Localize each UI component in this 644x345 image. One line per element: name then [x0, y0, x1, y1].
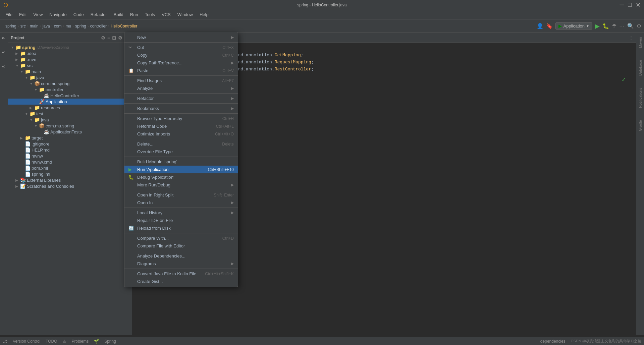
settings-icon[interactable]: ⚙	[118, 35, 122, 41]
ctx-reformat[interactable]: Reformat Code Ctrl+Alt+L	[124, 122, 238, 130]
tree-java[interactable]: ▼ 📁 java	[8, 74, 132, 80]
close-button[interactable]: ✕	[636, 1, 641, 9]
tree-test[interactable]: ▼ 📁 test	[8, 111, 132, 117]
coverage-button[interactable]: ☂	[612, 23, 616, 29]
minimize-button[interactable]: ─	[620, 1, 624, 8]
sidebar-project-icon[interactable]: P	[2, 34, 6, 42]
sidebar-bookmarks-icon[interactable]: B	[2, 49, 6, 56]
collapse-icon[interactable]: ≡	[107, 35, 110, 41]
menu-view[interactable]: View	[31, 11, 45, 18]
ctx-analyze-deps[interactable]: Analyze Dependencies...	[124, 252, 238, 260]
bc-controller[interactable]: controller	[90, 24, 107, 28]
ctx-convert-kotlin[interactable]: Convert Java File to Kotlin File Ctrl+Al…	[124, 270, 238, 278]
todo-label[interactable]: TODO	[46, 339, 57, 344]
bc-hellocontroller[interactable]: HelloController	[111, 24, 137, 28]
title-bar-controls[interactable]: ─ □ ✕	[620, 1, 641, 9]
ctx-copy-path[interactable]: Copy Path/Reference... ▶	[124, 59, 238, 67]
more-button[interactable]: ⋯	[619, 23, 625, 29]
settings-button[interactable]: ⚙	[637, 23, 641, 29]
ctx-build-module[interactable]: Build Module 'spring'	[124, 158, 238, 166]
menu-tools[interactable]: Tools	[142, 11, 158, 18]
menu-run[interactable]: Run	[127, 11, 141, 18]
sync-icon[interactable]: ⚙	[101, 35, 105, 41]
menu-file[interactable]: File	[3, 11, 15, 18]
bc-src[interactable]: src	[20, 24, 26, 28]
debug-button[interactable]: 🐛	[602, 23, 609, 29]
search-button[interactable]: 🔍	[627, 23, 634, 29]
bc-java[interactable]: java	[43, 24, 50, 28]
menu-refactor[interactable]: Refactor	[88, 11, 110, 18]
tree-target[interactable]: ▶ 📁 target	[8, 135, 132, 141]
tree-helpmd[interactable]: 📄 HELP.md	[8, 147, 132, 153]
tree-springiml[interactable]: 📄 spring.iml	[8, 171, 132, 177]
ctx-override-filetype[interactable]: Override File Type	[124, 148, 238, 156]
menu-navigate[interactable]: Navigate	[47, 11, 69, 18]
ctx-cut[interactable]: ✂ Cut Ctrl+X	[124, 44, 238, 51]
tree-spring-root[interactable]: ▼ 📁 spring D:\javaweb2\spring	[8, 44, 132, 50]
ctx-optimize[interactable]: Optimize Imports Ctrl+Alt+O	[124, 130, 238, 138]
filter-icon[interactable]: ⊟	[112, 35, 116, 41]
ctx-create-gist[interactable]: Create Gist...	[124, 278, 238, 285]
ctx-find-usages[interactable]: Find Usages Alt+F7	[124, 77, 238, 84]
bc-mu[interactable]: mu	[65, 24, 71, 28]
ctx-debug-application[interactable]: 🐛 Debug 'Application'	[124, 173, 238, 181]
ctx-reload-disk[interactable]: 🔄 Reload from Disk	[124, 224, 238, 232]
ctx-new[interactable]: New ▶	[124, 34, 238, 41]
ctx-open-right-split[interactable]: Open in Right Split Shift+Enter	[124, 191, 238, 199]
tree-package[interactable]: ▼ 📦 com.mu.spring	[8, 80, 132, 87]
sidebar-structure-icon[interactable]: S	[2, 63, 6, 70]
menu-vcs[interactable]: VCS	[159, 11, 173, 18]
ctx-paste[interactable]: 📋 Paste Ctrl+V	[124, 67, 238, 74]
maximize-button[interactable]: □	[628, 1, 632, 8]
tree-src[interactable]: ▼ 📁 src	[8, 62, 132, 68]
tree-mvnwcmd[interactable]: 📄 mvnw.cmd	[8, 159, 132, 165]
tree-gitignore[interactable]: 📄 .gitignore	[8, 141, 132, 147]
menu-window[interactable]: Window	[175, 11, 196, 18]
tree-applicationtests[interactable]: ☕ ApplicationTests	[8, 129, 132, 135]
menu-edit[interactable]: Edit	[16, 11, 29, 18]
ctx-browse-type[interactable]: Browse Type Hierarchy Ctrl+H	[124, 115, 238, 122]
vcs-icon[interactable]: 🔖	[546, 23, 553, 29]
version-control-label[interactable]: Version Control	[13, 339, 40, 344]
bc-spring2[interactable]: spring	[75, 24, 86, 28]
tree-mvn[interactable]: ▶ 📁 .mvn	[8, 56, 132, 62]
ctx-open-in[interactable]: Open In ▶	[124, 199, 238, 207]
tree-mvnw[interactable]: 📄 mvnw	[8, 153, 132, 159]
ctx-copy[interactable]: Copy Ctrl+C	[124, 51, 238, 59]
run-button[interactable]: ▶	[595, 22, 600, 30]
app-selector[interactable]: ▶ Application ▼	[555, 22, 592, 30]
problems-label[interactable]: Problems	[72, 339, 89, 344]
sidebar-notifications-icon[interactable]: Notifications	[638, 85, 642, 111]
ctx-diagrams[interactable]: Diagrams ▶	[124, 260, 238, 268]
sidebar-maven-icon[interactable]: Maven	[638, 34, 642, 51]
git-icon[interactable]: 👤	[537, 23, 543, 29]
tree-idea[interactable]: ▶ 📁 .idea	[8, 50, 132, 56]
bc-spring[interactable]: spring	[5, 24, 16, 28]
ctx-bookmarks[interactable]: Bookmarks ▶	[124, 105, 238, 112]
tree-test-package[interactable]: ▼ 📦 com.mu.spring	[8, 123, 132, 129]
ctx-more-rundebug[interactable]: More Run/Debug ▶	[124, 181, 238, 189]
ctx-local-history[interactable]: Local History ▶	[124, 209, 238, 217]
more-tabs-button[interactable]: ⋮	[626, 35, 636, 40]
tree-hellocontroller[interactable]: ☕ HelloController	[8, 93, 132, 99]
bc-com[interactable]: com	[54, 24, 62, 28]
tree-test-java[interactable]: ▼ 📁 java	[8, 117, 132, 123]
ctx-delete[interactable]: Delete... Delete	[124, 140, 238, 148]
menu-code[interactable]: Code	[71, 11, 87, 18]
ctx-run-application[interactable]: ▶ Run 'Application' Ctrl+Shift+F10	[124, 166, 238, 173]
menu-help[interactable]: Help	[197, 11, 211, 18]
menu-build[interactable]: Build	[111, 11, 126, 18]
tree-controller[interactable]: ▼ 📁 controller	[8, 87, 132, 93]
ctx-repair-ide[interactable]: Repair IDE on File	[124, 217, 238, 224]
tree-application[interactable]: 🚀 Application	[8, 99, 132, 105]
tree-scratches[interactable]: ▶ 📝 Scratches and Consoles	[8, 183, 132, 189]
tree-external-libs[interactable]: ▶ 📚 External Libraries	[8, 177, 132, 183]
sidebar-database-icon[interactable]: Database	[638, 57, 642, 78]
spring-label[interactable]: Spring	[104, 339, 116, 344]
tree-resources[interactable]: ▶ 📁 resources	[8, 105, 132, 111]
tree-pomxml[interactable]: 📄 pom.xml	[8, 165, 132, 171]
bc-main[interactable]: main	[30, 24, 39, 28]
ctx-analyze[interactable]: Analyze ▶	[124, 84, 238, 92]
sidebar-gradle-icon[interactable]: Gradle	[638, 117, 642, 134]
tree-main[interactable]: ▼ 📁 main	[8, 68, 132, 74]
